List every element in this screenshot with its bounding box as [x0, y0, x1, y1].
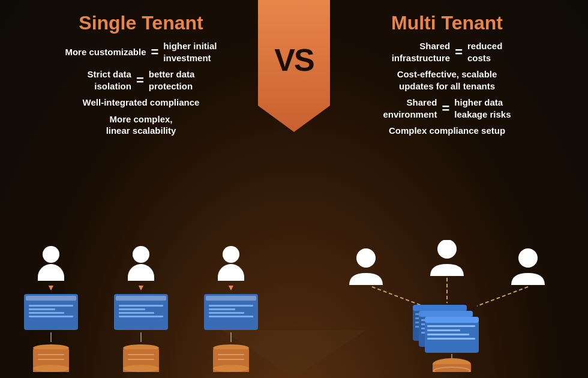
database-icon-1 [33, 344, 69, 372]
screen-line [209, 305, 253, 307]
svg-rect-7 [413, 305, 467, 311]
db-lines-1 [38, 354, 64, 360]
person-icon-1 [38, 246, 64, 281]
db-body-1 [33, 349, 69, 372]
svg-point-0 [356, 248, 376, 268]
screen-line [29, 305, 73, 307]
single-label-protection: better dataprotection [149, 68, 195, 92]
svg-rect-13 [419, 311, 473, 317]
person-body-2 [128, 264, 154, 281]
person-body-1 [38, 264, 64, 281]
connector-2 [140, 332, 142, 342]
multi-label-reduced: reducedcosts [467, 40, 502, 64]
tenant-col-2: ▼ [114, 246, 168, 372]
server-screen-3 [204, 294, 258, 330]
svg-rect-20 [427, 325, 475, 327]
multi-tenant-title: Multi Tenant [306, 0, 588, 34]
tenant-col-1: ▼ [24, 246, 78, 372]
db-lines-2 [128, 354, 154, 360]
multi-row-2: Sharedenvironment = higher dataleakage r… [316, 97, 578, 120]
svg-point-2 [437, 240, 457, 259]
screen-lines-2 [116, 305, 166, 317]
single-equals-1: = [151, 44, 158, 60]
single-feature-scalability: More complex,linear scalability [18, 113, 264, 137]
svg-rect-19 [425, 317, 479, 323]
multi-tenant-diagram [312, 240, 582, 372]
multi-row-1: Sharedinfrastructure = reducedcosts [316, 40, 578, 64]
svg-rect-21 [427, 329, 460, 331]
svg-point-1 [518, 248, 538, 268]
multi-equals-2: = [442, 101, 449, 116]
db-line [38, 354, 64, 355]
screen-line [119, 312, 154, 314]
svg-line-3 [372, 287, 423, 306]
multi-label-infrastructure: Sharedinfrastructure [392, 40, 451, 64]
screen-line [29, 312, 64, 314]
svg-line-4 [477, 287, 528, 306]
server-screen-1 [24, 294, 78, 330]
vs-banner: VS [258, 0, 330, 132]
multi-tenant-svg [312, 240, 582, 372]
db-body-3 [213, 349, 249, 372]
single-label-customizable: More customizable [65, 46, 146, 58]
person-head-2 [133, 246, 149, 263]
screen-lines-1 [26, 305, 76, 317]
db-line [128, 354, 154, 355]
db-lines-3 [218, 354, 244, 360]
screen-line [29, 308, 55, 310]
arrow-1: ▼ [47, 283, 55, 292]
single-tenant-diagram: ▼ [6, 246, 276, 372]
single-label-investment: higher initialinvestment [163, 40, 217, 64]
person-head-3 [223, 246, 239, 263]
screen-lines-3 [206, 305, 256, 317]
single-tenant-panel: Single Tenant More customizable = higher… [0, 0, 282, 378]
server-screen-2 [114, 294, 168, 330]
vs-text: VS [274, 42, 313, 78]
arrow-3: ▼ [227, 283, 235, 292]
single-tenant-title: Single Tenant [0, 0, 282, 34]
single-equals-2: = [136, 73, 144, 88]
single-feature-compliance: Well-integrated compliance [18, 97, 264, 109]
db-line [218, 354, 244, 355]
screen-line [119, 308, 145, 310]
multi-feature-compliance: Complex compliance setup [324, 125, 570, 137]
database-icon-2 [123, 344, 159, 372]
screen-line [209, 312, 244, 314]
single-row-2: Strict dataisolation = better dataprotec… [10, 68, 272, 92]
screen-line [119, 305, 163, 307]
svg-rect-23 [427, 338, 475, 340]
db-line [218, 359, 244, 360]
screen-line [209, 308, 235, 310]
connector-1 [50, 332, 52, 342]
multi-label-environment: Sharedenvironment [383, 97, 437, 120]
db-line [38, 359, 64, 360]
multi-equals-1: = [455, 44, 463, 60]
multi-tenant-panel: Multi Tenant Sharedinfrastructure = redu… [306, 0, 588, 378]
single-row-1: More customizable = higher initialinvest… [10, 40, 272, 64]
db-line [128, 359, 154, 360]
multi-label-leakage: higher dataleakage risks [454, 97, 511, 120]
screen-line [119, 316, 163, 317]
person-body-3 [218, 264, 244, 281]
person-head-1 [43, 246, 59, 263]
multi-feature-scalable: Cost-effective, scalableupdates for all … [324, 68, 570, 92]
tenant-col-3: ▼ [204, 246, 258, 372]
person-icon-3 [218, 246, 244, 281]
connector-3 [230, 332, 232, 342]
single-label-isolation: Strict dataisolation [88, 68, 131, 92]
db-body-2 [123, 349, 159, 372]
svg-rect-22 [427, 334, 469, 335]
screen-line [29, 316, 73, 317]
person-icon-2 [128, 246, 154, 281]
database-icon-3 [213, 344, 249, 372]
arrow-2: ▼ [137, 283, 145, 292]
screen-line [209, 316, 253, 317]
